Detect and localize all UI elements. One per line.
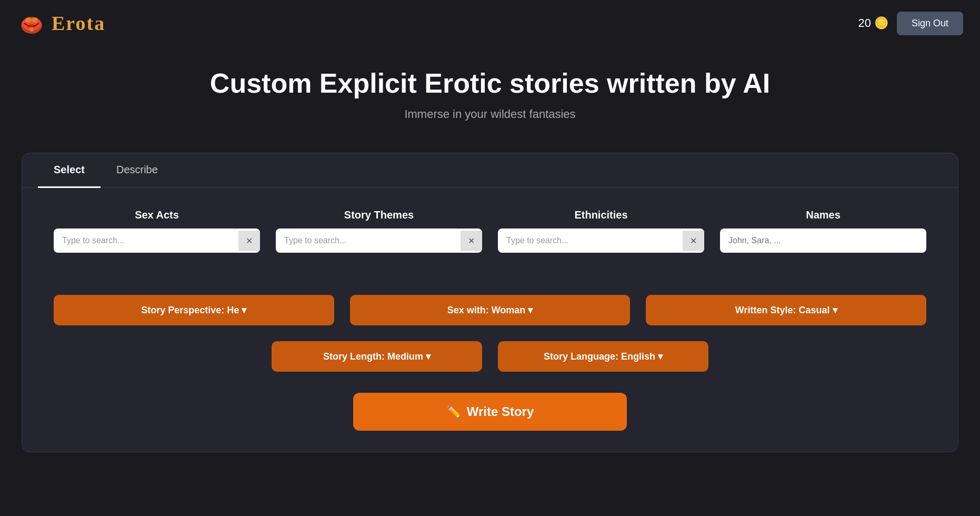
- write-story-label: Write Story: [467, 404, 534, 419]
- sex-with-dropdown[interactable]: Sex with: Woman ▾: [350, 295, 631, 325]
- svg-point-4: [29, 27, 34, 32]
- written-style-dropdown[interactable]: Written Style: Casual ▾: [646, 295, 926, 325]
- logo-text: Erota: [52, 12, 105, 35]
- dropdown-row-1: Story Perspective: He ▾ Sex with: Woman …: [22, 295, 958, 325]
- search-columns: Sex Acts ✕ Story Themes ✕ Ethnicities: [54, 209, 926, 253]
- hero-subtitle: Immerse in your wildest fantasies: [11, 107, 969, 121]
- story-themes-input-wrapper: ✕: [276, 229, 482, 253]
- ethnicities-clear-button[interactable]: ✕: [683, 231, 704, 251]
- sex-acts-header: Sex Acts: [54, 209, 260, 221]
- logo-icon: [17, 8, 46, 38]
- names-column: Names: [720, 209, 926, 253]
- header: Erota 20 🪙 Sign Out: [0, 0, 980, 46]
- sign-out-button[interactable]: Sign Out: [897, 12, 963, 35]
- credits-display: 20 🪙: [858, 16, 888, 30]
- tab-select[interactable]: Select: [38, 153, 101, 188]
- names-input-wrapper: [720, 229, 926, 253]
- credits-count: 20: [858, 16, 871, 30]
- header-right: 20 🪙 Sign Out: [858, 12, 963, 35]
- tab-describe[interactable]: Describe: [101, 153, 174, 188]
- sex-acts-column: Sex Acts ✕: [54, 209, 260, 253]
- sex-acts-input-wrapper: ✕: [54, 229, 260, 253]
- content-area: Sex Acts ✕ Story Themes ✕ Ethnicities: [22, 188, 958, 295]
- sex-acts-clear-button[interactable]: ✕: [238, 231, 260, 251]
- story-length-dropdown[interactable]: Story Length: Medium ▾: [272, 341, 482, 372]
- ethnicities-input[interactable]: [498, 229, 683, 253]
- story-themes-header: Story Themes: [276, 209, 482, 221]
- story-themes-column: Story Themes ✕: [276, 209, 482, 253]
- sex-acts-input[interactable]: [54, 229, 238, 253]
- hero-title: Custom Explicit Erotic stories written b…: [11, 67, 969, 99]
- logo-area: Erota: [17, 8, 105, 38]
- ethnicities-column: Ethnicities ✕: [498, 209, 704, 253]
- hero-section: Custom Explicit Erotic stories written b…: [0, 46, 980, 132]
- names-input[interactable]: [720, 229, 926, 253]
- ethnicities-input-wrapper: ✕: [498, 229, 704, 253]
- story-language-dropdown[interactable]: Story Language: English ▾: [498, 341, 708, 372]
- dropdown-row-2: Story Length: Medium ▾ Story Language: E…: [22, 341, 958, 372]
- tabs-bar: Select Describe: [22, 153, 958, 188]
- ethnicities-header: Ethnicities: [498, 209, 704, 221]
- pen-icon: ✏️: [446, 405, 461, 419]
- write-story-button[interactable]: ✏️ Write Story: [353, 393, 627, 431]
- svg-point-2: [25, 17, 32, 23]
- write-story-wrapper: ✏️ Write Story: [22, 393, 958, 431]
- main-card: Select Describe Sex Acts ✕ Story Themes: [22, 153, 958, 452]
- coin-icon: 🪙: [874, 16, 888, 30]
- story-themes-input[interactable]: [276, 229, 461, 253]
- story-themes-clear-button[interactable]: ✕: [461, 231, 482, 251]
- story-perspective-dropdown[interactable]: Story Perspective: He ▾: [54, 295, 334, 325]
- svg-point-3: [32, 17, 38, 23]
- names-header: Names: [720, 209, 926, 221]
